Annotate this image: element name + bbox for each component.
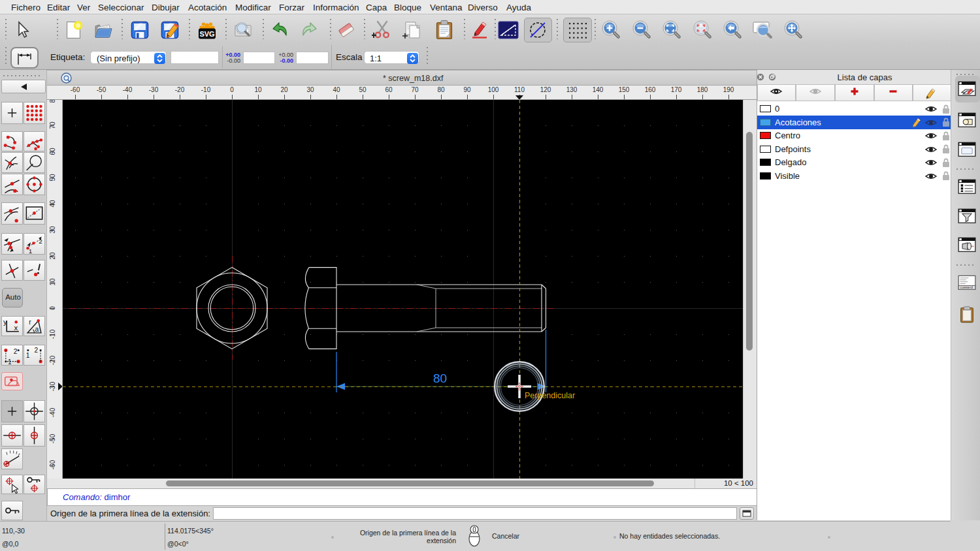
svg-text:2: 2: [35, 347, 39, 354]
svg-text:y: y: [3, 318, 7, 326]
svg-text:80: 80: [433, 371, 447, 385]
svg-text:a: a: [35, 326, 39, 333]
svg-text:SVG: SVG: [199, 30, 214, 38]
svg-text:command: command: [960, 286, 973, 289]
svg-text:1: 1: [26, 352, 30, 359]
svg-text:r: r: [29, 319, 31, 326]
svg-text:1: 1: [29, 247, 33, 254]
svg-text:1: 1: [8, 358, 12, 365]
svg-text:2: 2: [39, 238, 42, 245]
svg-text:x: x: [14, 324, 18, 332]
svg-text:Perpendicular: Perpendicular: [525, 391, 575, 400]
svg-text:2: 2: [14, 348, 18, 355]
